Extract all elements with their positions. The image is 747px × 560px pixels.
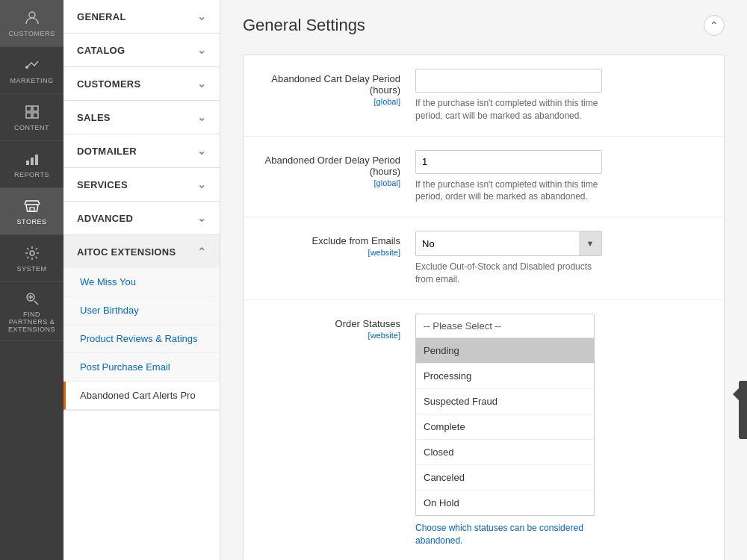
- reports-icon: [23, 150, 41, 168]
- main-content: General Settings ⌃ Abandoned Cart Delay …: [220, 0, 747, 560]
- exclude-emails-scope: [website]: [258, 248, 400, 257]
- nav-item-system[interactable]: SYSTEM: [0, 235, 63, 282]
- form-section: Abandoned Cart Delay Period (hours) [glo…: [243, 55, 725, 560]
- sidebar-section-header-aitoc[interactable]: AITOC EXTENSIONS ⌃: [63, 235, 220, 268]
- select-arrow-icon: ▼: [579, 231, 601, 255]
- exclude-emails-select[interactable]: No Yes: [416, 231, 579, 255]
- form-row-exclude-emails: Exclude from Emails [website] No Yes ▼ E…: [244, 217, 724, 300]
- sidebar-section-label-dotmailer: DOTMAILER: [77, 146, 137, 157]
- exclude-emails-help: Exclude Out-of-Stock and Disabled produc…: [415, 261, 602, 286]
- order-delay-input[interactable]: [415, 150, 602, 174]
- system-icon: [23, 244, 41, 262]
- nav-label-find-partners: FIND PARTNERS & EXTENSIONS: [4, 311, 60, 333]
- nav-label-system: SYSTEM: [16, 265, 46, 273]
- nav-item-find-partners[interactable]: FIND PARTNERS & EXTENSIONS: [0, 282, 63, 341]
- sidebar-section-header-advanced[interactable]: ADVANCED ⌄: [63, 202, 220, 234]
- nav-item-reports[interactable]: REPORTS: [0, 141, 63, 188]
- dropdown-item-processing[interactable]: Processing: [416, 364, 594, 389]
- sidebar-section-label-customers: CUSTOMERS: [77, 78, 141, 90]
- exclude-emails-label: Exclude from Emails: [312, 235, 400, 246]
- svg-rect-5: [33, 113, 38, 118]
- nav-label-content: CONTENT: [14, 124, 49, 131]
- sidebar-section-header-catalog[interactable]: CATALOG ⌄: [63, 34, 220, 66]
- customers-icon: [23, 9, 41, 27]
- order-delay-help: If the purchase isn't completed within t…: [415, 178, 602, 204]
- aitoc-sub-items: We Miss You User Birthday Product Review…: [63, 268, 220, 410]
- cart-delay-help: If the purchase isn't completed within t…: [415, 97, 602, 122]
- sidebar-item-product-reviews[interactable]: Product Reviews & Ratings: [63, 325, 220, 353]
- sidebar-section-header-services[interactable]: SERVICES ⌄: [63, 168, 220, 201]
- dropdown-item-suspected-fraud[interactable]: Suspected Fraud: [416, 389, 594, 414]
- find-partners-icon: [23, 290, 41, 308]
- nav-label-stores: STORES: [17, 218, 47, 225]
- sidebar-section-label-catalog: CATALOG: [77, 45, 125, 56]
- form-row-order-delay: Abandoned Order Delay Period (hours) [gl…: [244, 137, 724, 218]
- dropdown-item-closed[interactable]: Closed: [416, 440, 594, 465]
- chevron-down-icon-services: ⌄: [197, 178, 206, 190]
- sidebar-section-aitoc: AITOC EXTENSIONS ⌃ We Miss You User Birt…: [63, 235, 220, 411]
- collapse-button[interactable]: ⌃: [704, 15, 725, 36]
- dropdown-item-complete[interactable]: Complete: [416, 414, 594, 440]
- svg-point-0: [29, 12, 35, 18]
- tooltip-arrow: [733, 388, 739, 400]
- sidebar-section-header-general[interactable]: GENERAL ⌄: [63, 0, 220, 33]
- sidebar-section-label-general: GENERAL: [77, 11, 126, 22]
- sidebar-section-label-aitoc: AITOC EXTENSIONS: [77, 246, 176, 258]
- order-statuses-dropdown[interactable]: -- Please Select -- Pending Processing S…: [415, 314, 595, 516]
- nav-item-marketing[interactable]: MARKETING: [0, 47, 63, 94]
- order-statuses-help: Choose which statuses can be considered …: [415, 522, 595, 547]
- sidebar-section-label-sales: SALES: [77, 112, 111, 123]
- nav-label-customers: CUSTOMERS: [9, 30, 55, 37]
- cart-delay-input[interactable]: [415, 69, 602, 93]
- svg-rect-3: [33, 106, 38, 111]
- dropdown-item-on-hold[interactable]: On Hold: [416, 491, 594, 515]
- svg-rect-7: [31, 158, 34, 165]
- sidebar-section-label-advanced: ADVANCED: [77, 213, 133, 224]
- marketing-icon: [23, 56, 41, 74]
- nav-label-reports: REPORTS: [14, 171, 49, 178]
- sidebar-section-header-dotmailer[interactable]: DOTMAILER ⌄: [63, 134, 220, 167]
- svg-point-1: [25, 66, 28, 69]
- svg-rect-2: [26, 106, 31, 111]
- form-row-order-statuses: Order Statuses [website] -- Please Selec…: [244, 300, 724, 560]
- form-row-cart-delay: Abandoned Cart Delay Period (hours) [glo…: [244, 55, 724, 137]
- chevron-down-icon-sales: ⌄: [197, 111, 206, 123]
- nav-item-stores[interactable]: STORES: [0, 188, 63, 235]
- nav-item-content[interactable]: CONTENT: [0, 94, 63, 141]
- nav-item-customers[interactable]: CUSTOMERS: [0, 0, 63, 47]
- chevron-down-icon-customers: ⌄: [197, 78, 206, 90]
- nav-label-marketing: MARKETING: [10, 77, 53, 84]
- sidebar-section-sales: SALES ⌄: [63, 101, 220, 134]
- order-delay-scope: [global]: [258, 178, 400, 187]
- svg-rect-8: [35, 155, 38, 165]
- sidebar-section-customers: CUSTOMERS ⌄: [63, 67, 220, 101]
- sidebar-item-abandoned-cart[interactable]: Abandoned Cart Alerts Pro: [63, 382, 220, 410]
- dropdown-item-pending[interactable]: Pending: [416, 338, 594, 364]
- order-statuses-label: Order Statuses: [335, 318, 400, 329]
- sidebar-section-label-services: SERVICES: [77, 179, 128, 190]
- order-statuses-col: -- Please Select -- Pending Processing S…: [415, 314, 709, 547]
- sidebar: GENERAL ⌄ CATALOG ⌄ CUSTOMERS ⌄ SALES ⌄ …: [63, 0, 220, 560]
- cart-delay-scope: [global]: [258, 97, 400, 106]
- svg-point-10: [30, 251, 34, 255]
- sidebar-section-header-customers[interactable]: CUSTOMERS ⌄: [63, 67, 220, 100]
- svg-rect-4: [26, 113, 31, 118]
- order-delay-label: Abandoned Order Delay Period (hours): [265, 155, 400, 177]
- sidebar-item-we-miss-you[interactable]: We Miss You: [63, 268, 220, 296]
- content-icon: [23, 103, 41, 121]
- sidebar-item-post-purchase-email[interactable]: Post Purchase Email: [63, 353, 220, 382]
- chevron-up-icon-aitoc: ⌃: [197, 246, 206, 258]
- sidebar-section-services: SERVICES ⌄: [63, 168, 220, 202]
- dropdown-placeholder: -- Please Select --: [416, 314, 594, 338]
- dropdown-item-canceled[interactable]: Canceled: [416, 465, 594, 491]
- page-header: General Settings ⌃: [243, 15, 725, 36]
- sidebar-section-dotmailer: DOTMAILER ⌄: [63, 134, 220, 168]
- chevron-down-icon-catalog: ⌄: [197, 44, 206, 56]
- sidebar-section-header-sales[interactable]: SALES ⌄: [63, 101, 220, 134]
- vertical-nav: CUSTOMERS MARKETING CONTENT: [0, 0, 63, 560]
- page-title: General Settings: [243, 16, 365, 35]
- svg-rect-6: [26, 161, 29, 165]
- chevron-down-icon-dotmailer: ⌄: [197, 145, 206, 157]
- sidebar-item-user-birthday[interactable]: User Birthday: [63, 296, 220, 325]
- chevron-down-icon: ⌄: [197, 10, 206, 22]
